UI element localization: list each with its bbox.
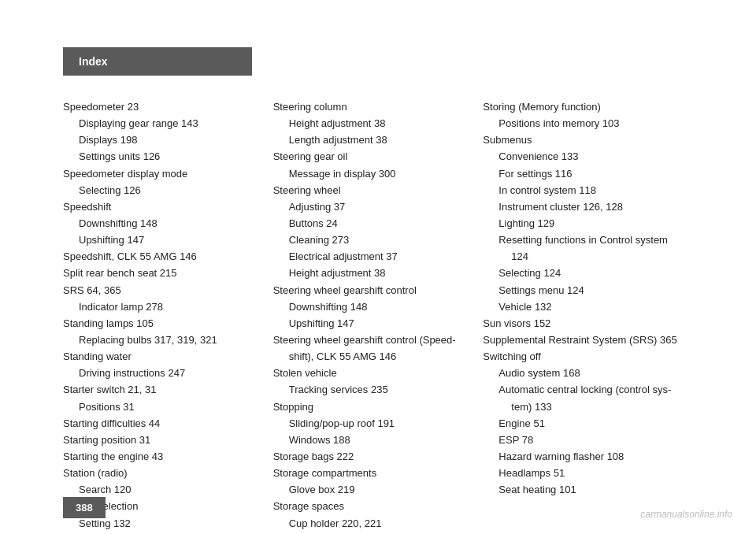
- list-item: Displays 198: [63, 132, 265, 148]
- list-item: Upshifting 147: [273, 316, 476, 332]
- list-item: Driving instructions 247: [63, 365, 265, 381]
- column-1: Speedometer 23Displaying gear range 143D…: [63, 99, 273, 532]
- list-item: Adjusting 37: [273, 199, 476, 215]
- list-item: Indicator lamp 278: [63, 299, 265, 315]
- list-item: Sun visors 152: [483, 316, 685, 332]
- list-item: In control system 118: [483, 183, 685, 198]
- list-item: Audio system 168: [483, 365, 685, 381]
- page-number: 388: [63, 497, 106, 518]
- list-item: Storage bags 222: [273, 449, 476, 465]
- list-item: Engine 51: [483, 416, 685, 432]
- list-item: Speedometer 23: [63, 99, 265, 115]
- page: Index Speedometer 23Displaying gear rang…: [0, 0, 756, 534]
- list-item: Message in display 300: [273, 166, 476, 182]
- list-item: Seat heating 101: [483, 482, 685, 498]
- list-item: Storing (Memory function): [483, 99, 685, 115]
- list-item: Sliding/pop-up roof 191: [273, 416, 476, 432]
- list-item: Windows 188: [273, 432, 476, 448]
- list-item: SRS 64, 365: [63, 283, 265, 299]
- list-item: shift), CLK 55 AMG 146: [273, 349, 476, 365]
- list-item: Cleaning 273: [273, 232, 476, 248]
- list-item: Storage spaces: [273, 499, 476, 514]
- column-3: Storing (Memory function)Positions into …: [483, 99, 693, 532]
- list-item: Starting difficulties 44: [63, 416, 265, 432]
- column-2: Steering columnHeight adjustment 38Lengt…: [273, 99, 484, 532]
- list-item: Settings menu 124: [483, 283, 685, 299]
- list-item: Stopping: [273, 399, 476, 415]
- list-item: Downshifting 148: [63, 216, 265, 232]
- list-item: Glove box 219: [273, 482, 476, 498]
- list-item: tem) 133: [483, 399, 685, 415]
- list-item: Downshifting 148: [273, 299, 476, 315]
- list-item: Split rear bench seat 215: [63, 265, 265, 281]
- index-header: Index: [63, 47, 252, 76]
- watermark: carmanualsonline.info: [640, 509, 732, 520]
- list-item: Starter switch 21, 31: [63, 382, 265, 398]
- list-item: Instrument cluster 126, 128: [483, 199, 685, 215]
- list-item: Upshifting 147: [63, 232, 265, 248]
- list-item: Speedshift, CLK 55 AMG 146: [63, 249, 265, 265]
- list-item: Submenus: [483, 132, 685, 148]
- list-item: Height adjustment 38: [273, 116, 476, 132]
- list-item: Positions 31: [63, 399, 265, 415]
- list-item: 124: [483, 249, 685, 265]
- list-item: Vehicle 132: [483, 299, 685, 315]
- list-item: ESP 78: [483, 432, 685, 448]
- list-item: Convenience 133: [483, 149, 685, 165]
- list-item: Speedometer display mode: [63, 166, 265, 182]
- list-item: Resetting functions in Control system: [483, 232, 685, 248]
- content-area: Speedometer 23Displaying gear range 143D…: [63, 99, 693, 532]
- list-item: Buttons 24: [273, 216, 476, 232]
- list-item: Settings units 126: [63, 149, 265, 165]
- list-item: Starting the engine 43: [63, 449, 265, 465]
- list-item: Electrical adjustment 37: [273, 249, 476, 265]
- list-item: Stolen vehicle: [273, 365, 476, 381]
- list-item: Replacing bulbs 317, 319, 321: [63, 332, 265, 348]
- list-item: Standing lamps 105: [63, 316, 265, 332]
- list-item: Headlamps 51: [483, 465, 685, 481]
- list-item: Height adjustment 38: [273, 265, 476, 281]
- list-item: Length adjustment 38: [273, 132, 476, 148]
- list-item: Automatic central locking (control sys-: [483, 382, 685, 398]
- list-item: Steering gear oil: [273, 149, 476, 165]
- list-item: Positions into memory 103: [483, 116, 685, 132]
- list-item: Switching off: [483, 349, 685, 365]
- list-item: Speedshift: [63, 199, 265, 215]
- list-item: Steering wheel: [273, 183, 476, 198]
- list-item: Steering column: [273, 99, 476, 115]
- list-item: Standing water: [63, 349, 265, 365]
- list-item: Search 120: [63, 482, 265, 498]
- list-item: Cup holder 220, 221: [273, 516, 476, 532]
- list-item: Selecting 126: [63, 183, 265, 198]
- list-item: Steering wheel gearshift control (Speed-: [273, 332, 476, 348]
- list-item: Storage compartments: [273, 465, 476, 481]
- list-item: Steering wheel gearshift control: [273, 283, 476, 299]
- list-item: For settings 116: [483, 166, 685, 182]
- list-item: Hazard warning flasher 108: [483, 449, 685, 465]
- list-item: Supplemental Restraint System (SRS) 365: [483, 332, 685, 348]
- index-title: Index: [79, 55, 108, 68]
- list-item: Selecting 124: [483, 265, 685, 281]
- list-item: Displaying gear range 143: [63, 116, 265, 132]
- list-item: Lighting 129: [483, 216, 685, 232]
- list-item: Station (radio): [63, 465, 265, 481]
- list-item: Tracking services 235: [273, 382, 476, 398]
- list-item: Starting position 31: [63, 432, 265, 448]
